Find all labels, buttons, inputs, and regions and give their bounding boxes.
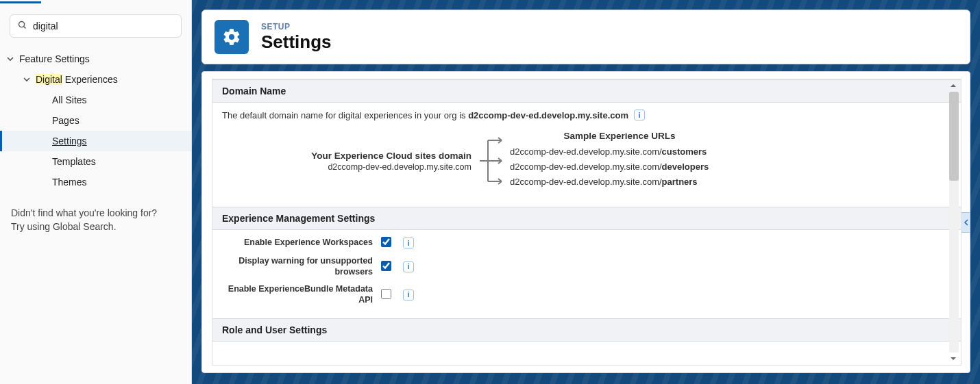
- footer-line: Didn't find what you're looking for?: [11, 206, 180, 220]
- svg-point-0: [19, 22, 25, 27]
- tree-leaf-settings[interactable]: Settings: [0, 131, 191, 151]
- section-body-experience: Enable Experience WorkspacesiDisplay war…: [212, 230, 961, 318]
- page-eyebrow: SETUP: [261, 22, 332, 31]
- setting-label: Enable ExperienceBundle Metadata API: [222, 284, 373, 305]
- tree-leaf-label: Themes: [52, 177, 87, 188]
- tree-leaf-label: Settings: [52, 136, 87, 146]
- tree-leaf-pages[interactable]: Pages: [0, 110, 191, 131]
- setting-label: Enable Experience Workspaces: [222, 238, 373, 248]
- section-body-domain: The default domain name for digital expe…: [212, 103, 961, 207]
- tree-leaf-label: All Sites: [52, 94, 87, 105]
- domain-diagram: Your Experience Cloud sites domain d2cco…: [222, 125, 951, 194]
- tree-node-digital-experiences[interactable]: Digital Experiences: [0, 69, 191, 90]
- tree-leaf-label: Templates: [52, 156, 96, 167]
- section-header-experience: Experience Management Settings: [212, 207, 961, 230]
- tree-node-label: Digital Experiences: [36, 74, 118, 85]
- sample-urls-header: Sample Experience URLs: [510, 131, 729, 141]
- chevron-down-icon: [23, 76, 32, 83]
- footer-line: Try using Global Search.: [11, 220, 180, 233]
- chevron-down-icon: [7, 55, 15, 62]
- setting-checkbox[interactable]: [381, 261, 391, 271]
- page-title: Settings: [261, 31, 332, 53]
- info-icon[interactable]: i: [403, 261, 414, 272]
- main-panel: SETUP Settings Domain Name: [192, 0, 980, 384]
- content-scroll[interactable]: Domain Name The default domain name for …: [212, 79, 961, 366]
- panel-collapse-tab[interactable]: [961, 212, 970, 233]
- gear-icon: [215, 20, 249, 54]
- search-icon: [17, 20, 27, 32]
- setup-sidebar: Feature Settings Digital Experiences All…: [0, 0, 192, 384]
- tree-node-label: Feature Settings: [19, 53, 90, 64]
- page-header: SETUP Settings: [201, 10, 970, 64]
- info-icon[interactable]: i: [634, 110, 645, 120]
- section-header-domain: Domain Name: [212, 79, 961, 103]
- setting-checkbox[interactable]: [381, 289, 391, 299]
- svg-line-1: [24, 27, 26, 29]
- scroll-up-icon[interactable]: [948, 81, 958, 90]
- sample-url: d2ccomp-dev-ed.develop.my.site.com/devel…: [510, 162, 951, 172]
- diagram-left-domain: d2ccomp-dev-ed.develop.my.site.com: [222, 162, 471, 172]
- setting-label: Display warning for unsupported browsers: [222, 256, 373, 277]
- tree-leaf-themes[interactable]: Themes: [0, 172, 191, 192]
- content-shell: Domain Name The default domain name for …: [201, 71, 970, 373]
- tree-leaf-templates[interactable]: Templates: [0, 151, 191, 172]
- setup-tree: Feature Settings Digital Experiences All…: [0, 43, 191, 192]
- section-header-role: Role and User Settings: [212, 318, 961, 342]
- tree-leaf-label: Pages: [52, 115, 79, 126]
- sample-url: d2ccomp-dev-ed.develop.my.site.com/partn…: [510, 177, 951, 187]
- tree-leaf-all-sites[interactable]: All Sites: [0, 90, 191, 110]
- sample-url: d2ccomp-dev-ed.develop.my.site.com/custo…: [510, 146, 951, 157]
- domain-desc: The default domain name for digital expe…: [222, 110, 628, 120]
- diagram-left-label: Your Experience Cloud sites domain: [222, 151, 471, 161]
- info-icon[interactable]: i: [403, 238, 414, 248]
- scroll-down-icon[interactable]: [948, 354, 958, 363]
- sidebar-search[interactable]: [10, 14, 182, 38]
- info-icon[interactable]: i: [403, 290, 414, 300]
- sidebar-footer-hint: Didn't find what you're looking for? Try…: [0, 192, 191, 248]
- tree-node-feature-settings[interactable]: Feature Settings: [0, 49, 191, 69]
- scrollbar-thumb[interactable]: [949, 92, 959, 181]
- setting-checkbox[interactable]: [381, 237, 391, 247]
- branch-arrows-icon: [476, 130, 510, 192]
- scrollbar-track[interactable]: [949, 92, 959, 353]
- search-input[interactable]: [33, 21, 174, 31]
